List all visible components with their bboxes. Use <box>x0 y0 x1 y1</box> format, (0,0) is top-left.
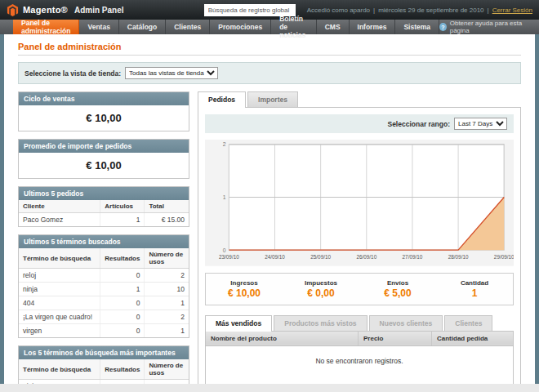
table-row[interactable]: ninja110 <box>19 283 189 296</box>
stat-impuestos: Impuestos€ 0,00 <box>283 279 359 299</box>
separator: | <box>373 7 375 14</box>
box-value: € 10,00 <box>19 153 189 178</box>
table-cell: 10 <box>145 283 189 296</box>
column-header: Término de búsqueda <box>19 359 100 380</box>
svg-text:26/09/10: 26/09/10 <box>356 254 376 260</box>
tab-productos-mas-vistos[interactable]: Productos más vistos <box>274 315 367 331</box>
tab-nuevos-clientes[interactable]: Nuevos clientes <box>369 315 443 331</box>
table-cell: 10 <box>145 380 189 385</box>
table-box-ultimos-5-terminos-buscados: Ultimos 5 términos buscadosTérmino de bú… <box>18 234 189 338</box>
stat-value: € 5,00 <box>359 287 436 299</box>
footer-strip <box>0 384 539 392</box>
nav-item-ventas[interactable]: Ventas <box>79 20 118 34</box>
table-row[interactable]: virgen01 <box>19 324 189 338</box>
logo-subtitle: Admin Panel <box>74 6 124 15</box>
table-cell: 1 <box>145 324 189 338</box>
topbar-user-info: Accedió como apardo | miércoles 29 de se… <box>307 7 532 14</box>
table-row[interactable]: ninja110 <box>19 380 189 385</box>
svg-text:2: 2 <box>223 141 226 147</box>
column-header[interactable]: Precio <box>359 331 432 345</box>
stat-ingresos: Ingresos€ 10,00 <box>206 279 283 299</box>
right-column: PedidosImportes Seleccionar rango: Last … <box>198 91 521 384</box>
column-header: Total <box>145 200 189 213</box>
nav-item-promociones[interactable]: Promociones <box>210 20 271 34</box>
column-header[interactable]: Cantidad pedida <box>432 331 514 345</box>
logo-text: Magento® <box>23 5 68 15</box>
table-cell: 1 <box>145 296 189 310</box>
table-row[interactable]: reloj02 <box>19 269 189 283</box>
nav-item-sistema[interactable]: Sistema <box>395 20 439 34</box>
table-cell: ninja <box>19 283 100 296</box>
stat-envios: Envíos€ 5,00 <box>359 279 436 299</box>
nav-item-clientes[interactable]: Clientes <box>166 20 210 34</box>
table-row[interactable]: ¡La virgen que cuadro!02 <box>19 310 189 324</box>
logged-in-as: Accedió como apardo <box>307 7 370 14</box>
column-header[interactable]: Nombre del producto <box>206 331 359 345</box>
orders-chart: 01223/09/1024/09/1025/09/1026/09/1027/09… <box>205 140 514 266</box>
totals-bar: Ingresos€ 10,00Impuestos€ 0,00Envíos€ 5,… <box>205 273 514 305</box>
table-box-los-5-terminos-de-busqueda-mas-importantes: Los 5 términos de búsqueda más important… <box>18 345 189 384</box>
tab-pedidos[interactable]: Pedidos <box>198 91 246 108</box>
empty-row: No se encontraron registros. <box>206 345 514 384</box>
table-box-ultimos-5-pedidos: Ultimos 5 pedidosClienteArtículosTotalPa… <box>18 186 189 227</box>
stat-value: € 0,00 <box>283 287 359 299</box>
stat-label: Impuestos <box>283 279 359 287</box>
nav-item-panel-de-administracion[interactable]: Panel de administración <box>13 20 79 34</box>
separator: | <box>488 7 489 14</box>
table-row[interactable]: 40401 <box>19 296 189 310</box>
dashboard-panel: Seleccionar rango: Last 7 Days 01223/09/… <box>198 107 521 384</box>
svg-text:1: 1 <box>223 194 226 200</box>
svg-text:28/09/10: 28/09/10 <box>448 254 469 260</box>
logout-link[interactable]: Cerrar Sesión <box>492 7 532 14</box>
box-title: Ultimos 5 términos buscados <box>19 235 189 248</box>
range-label: Seleccionar rango: <box>387 120 450 128</box>
column-header: Resultados <box>100 248 145 269</box>
products-table: Nombre del productoPrecioCantidad pedida… <box>205 331 514 384</box>
magento-admin-page: Magento® Admin Panel Accedió como apardo… <box>0 0 539 392</box>
svg-text:27/09/10: 27/09/10 <box>403 254 423 260</box>
nav-item-cms[interactable]: CMS <box>317 20 350 34</box>
store-view-select[interactable]: Todas las vistas de tienda <box>125 67 218 79</box>
table-cell: ¡La virgen que cuadro! <box>19 310 100 324</box>
content-area: Panel de administración Seleccione la vi… <box>4 34 535 384</box>
table-cell: reloj <box>19 269 100 283</box>
current-date: miércoles 29 de septiembre de 2010 <box>378 7 483 14</box>
tab-importes[interactable]: Importes <box>247 91 298 107</box>
help-link[interactable]: ? Obtener ayuda para esta página <box>439 20 539 34</box>
table-cell: 0 <box>100 296 145 310</box>
svg-text:24/09/10: 24/09/10 <box>265 254 285 260</box>
column-header: Número de usos <box>145 359 189 380</box>
help-icon: ? <box>439 23 447 31</box>
left-column: Ciclo de ventas€ 10,00Promedio de import… <box>18 91 189 384</box>
range-select[interactable]: Last 7 Days <box>454 118 507 130</box>
table-cell: ninja <box>19 380 100 385</box>
table-cell: 1 <box>100 283 145 296</box>
column-header: Cliente <box>19 200 100 213</box>
stat-value: € 10,00 <box>206 287 283 299</box>
empty-text: No se encontraron registros. <box>206 345 514 384</box>
box-title: Ultimos 5 pedidos <box>19 187 189 200</box>
table-cell: € 15.00 <box>145 213 189 227</box>
column-header: Resultados <box>100 359 145 380</box>
mini-table: Término de búsquedaResultadosNúmero de u… <box>19 248 189 337</box>
column-header: Término de búsqueda <box>19 248 100 269</box>
nav-item-informes[interactable]: Informes <box>350 20 396 34</box>
table-cell: 2 <box>145 310 189 324</box>
nav-item-boletin-de-noticias[interactable]: Boletín de noticias <box>271 20 316 34</box>
column-header: Artículos <box>100 200 145 213</box>
table-cell: 404 <box>19 296 100 310</box>
table-row[interactable]: Paco Gomez1€ 15.00 <box>19 213 189 227</box>
table-cell: Paco Gomez <box>19 213 100 227</box>
tab-mas-vendidos[interactable]: Más vendidos <box>205 315 272 332</box>
summary-box-ciclo-de-ventas: Ciclo de ventas€ 10,00 <box>18 91 189 131</box>
nav-item-catalogo[interactable]: Catálogo <box>119 20 166 34</box>
help-label: Obtener ayuda para esta página <box>450 20 531 34</box>
svg-text:25/09/10: 25/09/10 <box>310 254 331 260</box>
svg-text:23/09/10: 23/09/10 <box>219 254 239 260</box>
dashboard-columns: Ciclo de ventas€ 10,00Promedio de import… <box>4 91 535 384</box>
table-cell: 0 <box>100 310 145 324</box>
stat-label: Cantidad <box>436 279 513 287</box>
chart-tabs: PedidosImportes <box>198 91 521 107</box>
tab-clientes[interactable]: Clientes <box>444 315 492 331</box>
table-cell: 1 <box>100 213 145 227</box>
